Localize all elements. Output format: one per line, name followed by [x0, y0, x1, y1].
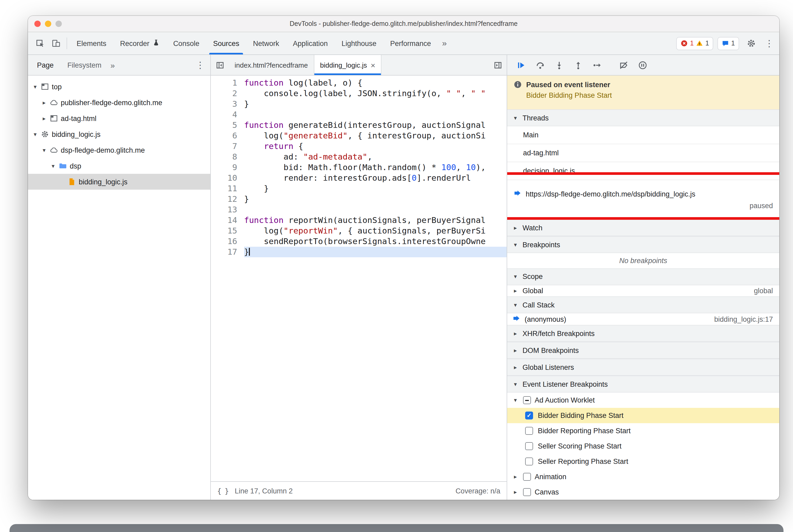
- checkbox-unchecked[interactable]: [525, 457, 533, 466]
- issues-chip[interactable]: 1: [717, 37, 739, 50]
- pause-on-exceptions-button[interactable]: [634, 57, 652, 73]
- code-line-12[interactable]: 12}: [211, 194, 507, 205]
- code-text: return {: [244, 141, 507, 152]
- tree-item-top[interactable]: ▾top: [28, 79, 210, 95]
- panel-tab-network[interactable]: Network: [246, 32, 286, 54]
- code-line-17[interactable]: 17}: [211, 247, 507, 257]
- scope-global-row[interactable]: ▸ Global global: [507, 285, 779, 297]
- settings-button[interactable]: [743, 35, 759, 51]
- toggle-device-toolbar-button[interactable]: [48, 35, 64, 51]
- tree-item-ad-tag-html[interactable]: ▸ad-tag.html: [28, 110, 210, 126]
- code-line-10[interactable]: 10 render: interestGroup.ads[0].renderUr…: [211, 173, 507, 183]
- errors-warnings-chip[interactable]: 1 1: [676, 37, 713, 50]
- section-global-listeners[interactable]: ▸ Global Listeners: [507, 359, 779, 376]
- expanded-arrow-icon[interactable]: ▾: [49, 163, 57, 169]
- checkbox-indeterminate[interactable]: [523, 396, 531, 404]
- section-watch[interactable]: ▸ Watch: [507, 219, 779, 236]
- panel-tab-performance[interactable]: Performance: [383, 32, 438, 54]
- elb-item-bidder-reporting-phase-start[interactable]: Bidder Reporting Phase Start: [507, 423, 779, 438]
- elb-item-seller-scoring-phase-start[interactable]: Seller Scoring Phase Start: [507, 438, 779, 454]
- close-window-button[interactable]: [34, 21, 41, 27]
- tab-filesystem[interactable]: Filesystem: [60, 55, 108, 75]
- step-into-button[interactable]: [550, 57, 568, 73]
- code-line-5[interactable]: 5function generateBid(interestGroup, auc…: [211, 120, 507, 131]
- tab-page[interactable]: Page: [30, 55, 60, 75]
- devtools-main-toolbar: ElementsRecorderConsoleSourcesNetworkApp…: [28, 32, 779, 55]
- thread-row-active[interactable]: https://dsp-fledge-demo.glitch.me/dsp/bi…: [507, 180, 779, 219]
- deactivate-breakpoints-button[interactable]: [615, 57, 632, 73]
- elb-category-ad-auction-worklet[interactable]: ▾Ad Auction Worklet: [507, 393, 779, 408]
- tree-item-dsp[interactable]: ▾dsp: [28, 158, 210, 174]
- section-breakpoints[interactable]: ▾ Breakpoints: [507, 236, 779, 253]
- panel-tab-elements[interactable]: Elements: [70, 32, 113, 54]
- more-panels-icon[interactable]: »: [438, 39, 451, 48]
- elb-category-canvas[interactable]: ▸Canvas: [507, 484, 779, 500]
- thread-row-main[interactable]: Main: [507, 126, 779, 144]
- call-stack-frame[interactable]: (anonymous) bidding_logic.js:17: [507, 314, 779, 325]
- checkbox-unchecked[interactable]: [525, 442, 533, 450]
- checkbox-checked[interactable]: ✓: [525, 412, 533, 419]
- tree-item-bidding-logic-js[interactable]: ▾bidding_logic.js: [28, 126, 210, 142]
- code-line-7[interactable]: 7 return {: [211, 141, 507, 152]
- editor-tab-bidding-logic-js[interactable]: bidding_logic.js ×: [314, 55, 382, 75]
- step-button[interactable]: [588, 57, 606, 73]
- section-scope[interactable]: ▾ Scope: [507, 268, 779, 285]
- elb-category-animation[interactable]: ▸Animation: [507, 469, 779, 484]
- more-navigator-tabs-icon[interactable]: »: [108, 60, 117, 70]
- section-xhr-breakpoints[interactable]: ▸ XHR/fetch Breakpoints: [507, 325, 779, 342]
- section-dom-breakpoints[interactable]: ▸ DOM Breakpoints: [507, 342, 779, 359]
- resume-button[interactable]: [512, 57, 530, 73]
- tree-item-dsp-fledge-demo-glitch-me[interactable]: ▾dsp-fledge-demo.glitch.me: [28, 142, 210, 158]
- expanded-arrow-icon[interactable]: ▾: [31, 131, 39, 138]
- minimize-window-button[interactable]: [45, 21, 51, 27]
- tree-item-publisher-fledge-demo-glitch-me[interactable]: ▸publisher-fledge-demo.glitch.me: [28, 95, 210, 110]
- zoom-window-button[interactable]: [55, 21, 62, 27]
- code-line-13[interactable]: 13: [211, 205, 507, 215]
- pretty-print-button[interactable]: { }: [217, 487, 228, 495]
- panel-tab-application[interactable]: Application: [286, 32, 335, 54]
- code-line-15[interactable]: 15 log("reportWin", { auctionSignals, pe…: [211, 226, 507, 236]
- thread-row-ad-tag-html[interactable]: ad-tag.html: [507, 144, 779, 162]
- inspect-element-button[interactable]: [32, 35, 48, 51]
- code-line-3[interactable]: 3}: [211, 99, 507, 109]
- code-editor[interactable]: 1function log(label, o) {2 console.log(l…: [211, 76, 507, 481]
- checkbox-unchecked[interactable]: [523, 473, 531, 481]
- collapsed-arrow-icon[interactable]: ▸: [511, 473, 519, 480]
- expanded-arrow-icon[interactable]: ▾: [40, 147, 48, 153]
- close-tab-icon[interactable]: ×: [371, 60, 375, 70]
- tree-item-bidding-logic-js[interactable]: bidding_logic.js: [28, 174, 210, 190]
- step-over-button[interactable]: [531, 57, 549, 73]
- code-line-14[interactable]: 14function reportWin(auctionSignals, per…: [211, 215, 507, 226]
- panel-tab-sources[interactable]: Sources: [206, 32, 246, 54]
- section-threads[interactable]: ▾ Threads: [507, 109, 779, 126]
- thread-row-decision-logic-js[interactable]: decision_logic.js: [507, 162, 779, 180]
- section-event-listener-breakpoints[interactable]: ▾ Event Listener Breakpoints: [507, 376, 779, 393]
- step-out-button[interactable]: [569, 57, 587, 73]
- code-line-8[interactable]: 8 ad: "ad-metadata",: [211, 152, 507, 162]
- code-line-1[interactable]: 1function log(label, o) {: [211, 78, 507, 88]
- code-line-11[interactable]: 11 }: [211, 183, 507, 194]
- panel-tab-recorder[interactable]: Recorder: [113, 32, 166, 54]
- collapsed-arrow-icon[interactable]: ▸: [40, 115, 48, 122]
- expanded-arrow-icon[interactable]: ▾: [511, 397, 519, 404]
- elb-item-bidder-bidding-phase-start[interactable]: ✓Bidder Bidding Phase Start: [507, 408, 779, 423]
- panel-tab-console[interactable]: Console: [166, 32, 206, 54]
- checkbox-unchecked[interactable]: [525, 427, 533, 435]
- elb-item-seller-reporting-phase-start[interactable]: Seller Reporting Phase Start: [507, 454, 779, 469]
- open-more-tabs-button[interactable]: [489, 55, 507, 75]
- expanded-arrow-icon[interactable]: ▾: [31, 83, 39, 90]
- navigator-menu-kebab-icon[interactable]: ⋮: [194, 59, 206, 71]
- code-line-9[interactable]: 9 bid: Math.floor(Math.random() * 100, 1…: [211, 162, 507, 173]
- hide-navigator-button[interactable]: [211, 55, 229, 75]
- section-call-stack[interactable]: ▾ Call Stack: [507, 297, 779, 314]
- main-menu-kebab-icon[interactable]: ⋮: [763, 38, 775, 49]
- editor-tab-index-html[interactable]: index.html?fencedframe: [229, 55, 314, 75]
- collapsed-arrow-icon[interactable]: ▸: [40, 99, 48, 106]
- code-line-16[interactable]: 16 sendReportTo(browserSignals.interestG…: [211, 236, 507, 247]
- collapsed-arrow-icon[interactable]: ▸: [511, 489, 519, 496]
- code-line-6[interactable]: 6 log("generateBid", { interestGroup, au…: [211, 131, 507, 141]
- code-line-4[interactable]: 4: [211, 109, 507, 120]
- panel-tab-lighthouse[interactable]: Lighthouse: [335, 32, 383, 54]
- checkbox-unchecked[interactable]: [523, 488, 531, 496]
- code-line-2[interactable]: 2 console.log(label, JSON.stringify(o, "…: [211, 88, 507, 99]
